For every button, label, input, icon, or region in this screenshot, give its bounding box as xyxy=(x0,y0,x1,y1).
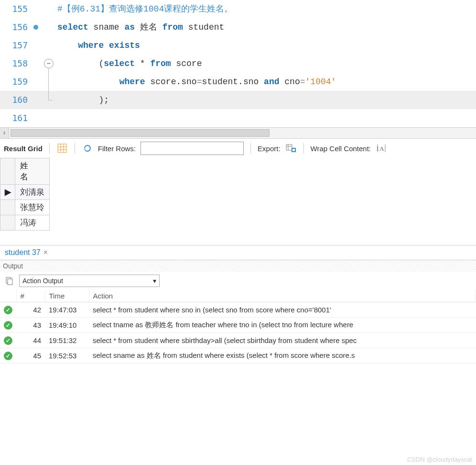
export-icon[interactable] xyxy=(285,143,297,154)
gutter-marker xyxy=(31,73,42,91)
code-token xyxy=(104,41,109,50)
code-token: as xyxy=(124,22,135,32)
result-toolbar: Result Grid Filter Rows: Export: Wrap Ce… xyxy=(0,138,476,158)
code-token: score xyxy=(171,59,202,68)
grid-view-icon[interactable] xyxy=(56,143,68,154)
chevron-down-icon: ▾ xyxy=(153,277,156,285)
dropdown-value: Action Output xyxy=(22,277,63,285)
code-content[interactable]: (select * from score xyxy=(55,55,476,73)
code-content[interactable]: where score.sno=student.sno and cno='100… xyxy=(55,73,476,91)
code-token: student.sno xyxy=(202,77,264,87)
line-number: 157 xyxy=(0,36,31,55)
action-output-log[interactable]: # Time Action ✓4219:47:03select * from s… xyxy=(0,290,476,364)
code-content[interactable]: select sname as 姓名 from student xyxy=(55,18,476,36)
code-token: from xyxy=(150,59,171,68)
fold-gutter xyxy=(42,73,55,91)
code-token: from xyxy=(162,22,183,32)
breakpoint-icon[interactable] xyxy=(33,25,38,30)
log-row[interactable]: ✓4219:47:03select * from student where s… xyxy=(0,302,476,318)
editor-line[interactable]: 159 where score.sno=student.sno and cno=… xyxy=(0,73,476,91)
editor-line[interactable]: 160 ); xyxy=(0,91,476,109)
refresh-icon[interactable] xyxy=(82,143,93,154)
fold-gutter xyxy=(42,36,55,55)
fold-gutter xyxy=(42,0,55,18)
code-content[interactable]: where exists xyxy=(55,36,476,55)
row-pointer: ▶ xyxy=(0,185,15,200)
fold-collapse-icon[interactable]: − xyxy=(44,59,54,68)
code-content[interactable] xyxy=(55,109,476,127)
svg-rect-0 xyxy=(58,144,66,153)
gutter-marker xyxy=(31,109,42,127)
log-index: 43 xyxy=(16,318,45,333)
log-col-time: Time xyxy=(45,290,89,302)
code-token: * xyxy=(135,59,150,68)
log-index: 44 xyxy=(16,333,45,348)
editor-horizontal-scrollbar[interactable]: ‹ xyxy=(0,127,476,138)
log-action: select * from student where sbirthday>al… xyxy=(89,333,476,348)
status-cell: ✓ xyxy=(0,348,16,364)
code-token: student xyxy=(183,22,224,32)
code-token xyxy=(57,77,119,87)
scroll-left-arrow-icon[interactable]: ‹ xyxy=(0,128,9,138)
filter-rows-input[interactable] xyxy=(141,142,244,155)
cell-value[interactable]: 刘清泉 xyxy=(15,185,50,200)
log-row[interactable]: ✓4519:52:53select sname as 姓名 from stude… xyxy=(0,348,476,364)
editor-line[interactable]: 156select sname as 姓名 from student xyxy=(0,18,476,36)
wrap-cell-icon[interactable]: IA xyxy=(376,143,387,154)
log-time: 19:52:53 xyxy=(45,348,89,364)
gutter-marker xyxy=(31,55,42,73)
log-row[interactable]: ✓4319:49:10select tname as 教师姓名 from tea… xyxy=(0,318,476,333)
log-col-status xyxy=(0,290,16,302)
line-number: 156 xyxy=(0,18,31,36)
svg-rect-15 xyxy=(8,279,12,285)
log-row[interactable]: ✓4419:51:32select * from student where s… xyxy=(0,333,476,348)
code-content[interactable]: ); xyxy=(55,91,476,109)
separator xyxy=(303,143,304,154)
cell-value[interactable]: 张慧玲 xyxy=(15,200,50,215)
result-tab-bar: student 37 × xyxy=(0,245,476,260)
code-content[interactable]: #【例6.31】查询选修1004课程的学生姓名。 xyxy=(55,0,476,18)
output-toolbar: Action Output ▾ xyxy=(0,272,476,290)
code-token: ( xyxy=(57,59,104,68)
output-copy-icon[interactable] xyxy=(4,275,15,287)
column-header[interactable]: 姓 名 xyxy=(15,158,50,185)
wrap-cell-label: Wrap Cell Content: xyxy=(311,144,371,153)
status-cell: ✓ xyxy=(0,302,16,318)
svg-text:A: A xyxy=(379,145,384,152)
success-icon: ✓ xyxy=(4,321,12,330)
editor-line[interactable]: 158− (select * from score xyxy=(0,55,476,73)
code-token: cno xyxy=(280,77,300,87)
output-type-dropdown[interactable]: Action Output ▾ xyxy=(19,275,160,287)
sql-editor[interactable]: 155#【例6.31】查询选修1004课程的学生姓名。156select sna… xyxy=(0,0,476,127)
table-row[interactable]: ▶刘清泉 xyxy=(0,185,50,200)
cell-value[interactable]: 冯涛 xyxy=(15,215,50,231)
code-token: '1004' xyxy=(305,77,336,87)
log-col-index: # xyxy=(16,290,45,302)
close-icon[interactable]: × xyxy=(43,248,48,257)
fold-gutter xyxy=(42,91,55,109)
svg-rect-5 xyxy=(286,144,292,150)
log-index: 45 xyxy=(16,348,45,364)
code-token: #【例6.31】查询选修1004课程的学生姓名。 xyxy=(57,4,233,14)
fold-gutter xyxy=(42,109,55,127)
success-icon: ✓ xyxy=(4,306,12,314)
log-index: 42 xyxy=(16,302,45,318)
result-tab[interactable]: student 37 × xyxy=(5,248,48,257)
table-row[interactable]: 张慧玲 xyxy=(0,200,50,215)
editor-line[interactable]: 157 where exists xyxy=(0,36,476,55)
log-col-action: Action xyxy=(89,290,476,302)
code-token: = xyxy=(197,77,202,87)
result-grid[interactable]: 姓 名 ▶刘清泉张慧玲冯涛 xyxy=(0,158,476,245)
table-row[interactable]: 冯涛 xyxy=(0,215,50,231)
line-number: 160 xyxy=(0,91,31,109)
success-icon: ✓ xyxy=(4,336,12,345)
log-time: 19:51:32 xyxy=(45,333,89,348)
fold-gutter: − xyxy=(42,55,55,73)
line-number: 158 xyxy=(0,55,31,73)
log-time: 19:49:10 xyxy=(45,318,89,333)
filter-rows-label: Filter Rows: xyxy=(98,144,136,153)
editor-line[interactable]: 155#【例6.31】查询选修1004课程的学生姓名。 xyxy=(0,0,476,18)
editor-line[interactable]: 161 xyxy=(0,109,476,127)
scroll-thumb[interactable] xyxy=(11,129,270,137)
code-token: sname xyxy=(88,22,125,32)
